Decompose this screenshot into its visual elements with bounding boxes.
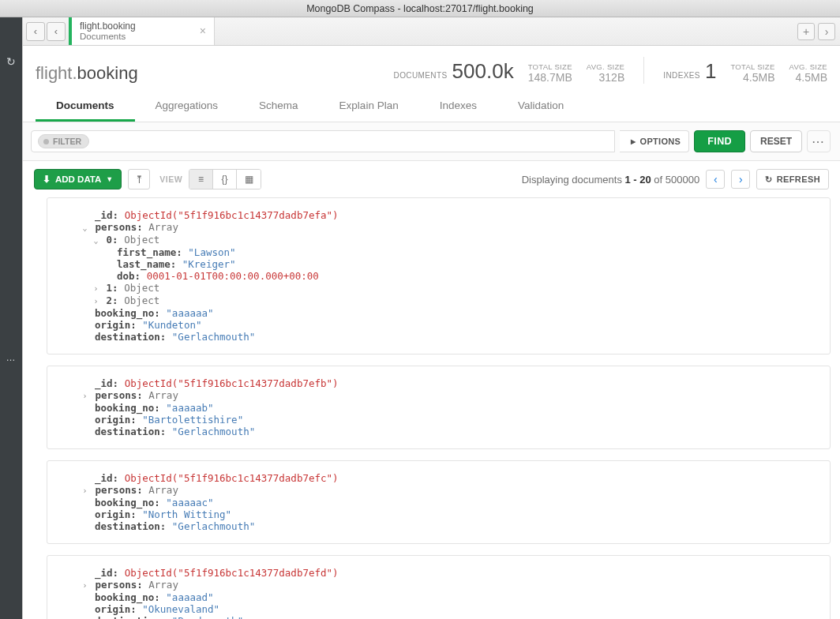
upload-icon: ⤒ [135, 174, 144, 186]
refresh-icon: ↻ [765, 174, 772, 185]
tab-title: flight.booking [80, 21, 182, 32]
total-size-value: 148.7MB [528, 71, 572, 84]
chevron-right-icon[interactable]: › [81, 580, 89, 591]
refresh-icon[interactable]: ↻ [6, 55, 16, 68]
reset-button[interactable]: RESET [750, 130, 802, 152]
indexes-label: INDEXES [663, 71, 700, 80]
caret-down-icon: ▼ [106, 175, 113, 183]
page-prev-button[interactable]: ‹ [706, 170, 725, 189]
new-tab-button[interactable]: + [797, 23, 815, 40]
close-icon[interactable]: × [200, 24, 206, 37]
nav-back-outer-button[interactable]: ‹ [26, 22, 45, 41]
filter-input[interactable]: FILTER [31, 130, 615, 152]
find-button[interactable]: FIND [694, 130, 745, 152]
window-titlebar: MongoDB Compass - localhost:27017/flight… [0, 0, 840, 17]
document-card[interactable]: _id: ObjectId("5f1f916bc1c14377dadb7efa"… [47, 197, 831, 355]
db-name: flight [36, 63, 72, 83]
chevron-down-icon[interactable]: ⌄ [81, 222, 89, 234]
document-list[interactable]: _id: ObjectId("5f1f916bc1c14377dadb7efa"… [23, 197, 840, 619]
nav-forward-button[interactable]: › [818, 23, 835, 40]
chevron-right-icon[interactable]: › [81, 485, 89, 497]
tab-validation[interactable]: Validation [497, 92, 584, 122]
namespace: flight.booking [36, 63, 138, 84]
avg-size-value: 312B [587, 71, 624, 84]
workspace-tab[interactable]: flight.booking Documents × [69, 17, 215, 45]
collection-name: booking [77, 63, 138, 83]
chevron-right-icon[interactable]: › [81, 390, 89, 402]
tab-aggregations[interactable]: Aggregations [135, 92, 239, 122]
idx-avg-size-label: AVG. SIZE [789, 62, 827, 71]
tab-schema[interactable]: Schema [238, 92, 319, 122]
left-nav-strip: ↻ … [0, 17, 22, 619]
view-list-button[interactable]: ≡ [189, 170, 213, 189]
workspace-tabbar: ‹ ‹ flight.booking Documents × + › [23, 17, 840, 46]
query-more-button[interactable]: ⋯ [807, 130, 831, 152]
add-data-button[interactable]: ⬇ ADD DATA ▼ [34, 169, 122, 189]
view-table-button[interactable]: ▦ [237, 170, 261, 189]
refresh-button[interactable]: ↻ REFRESH [756, 169, 829, 189]
braces-icon: {} [222, 174, 228, 185]
documents-toolbar: ⬇ ADD DATA ▼ ⤒ VIEW ≡ {} ▦ Displaying do… [23, 161, 840, 197]
nav-back-button[interactable]: ‹ [47, 22, 66, 41]
chevron-right-icon[interactable]: › [92, 295, 100, 307]
view-json-button[interactable]: {} [213, 170, 237, 189]
idx-total-size-label: TOTAL SIZE [730, 62, 774, 71]
idx-avg-size-value: 4.5MB [789, 71, 827, 84]
documents-label: DOCUMENTS [394, 71, 448, 80]
page-next-button[interactable]: › [731, 170, 750, 189]
download-icon: ⬇ [43, 174, 51, 185]
document-card[interactable]: _id: ObjectId("5f1f916bc1c14377dadb7efd"… [47, 555, 831, 619]
more-icon[interactable]: … [6, 352, 17, 363]
options-button[interactable]: ▶OPTIONS [620, 130, 689, 152]
view-label: VIEW [159, 174, 182, 184]
total-size-label: TOTAL SIZE [528, 62, 572, 71]
avg-size-label: AVG. SIZE [587, 62, 624, 71]
view-mode-group: ≡ {} ▦ [189, 169, 261, 189]
collection-header: flight.booking DOCUMENTS 500.0k TOTAL SI… [23, 46, 840, 84]
tab-documents[interactable]: Documents [36, 92, 135, 122]
list-icon: ≡ [198, 174, 204, 185]
document-card[interactable]: _id: ObjectId("5f1f916bc1c14377dadb7efb"… [47, 366, 831, 449]
table-icon: ▦ [245, 174, 253, 185]
indexes-count: 1 [705, 59, 716, 84]
document-card[interactable]: _id: ObjectId("5f1f916bc1c14377dadb7efc"… [47, 460, 831, 544]
chevron-right-icon[interactable]: › [92, 283, 100, 294]
tab-indexes[interactable]: Indexes [419, 92, 497, 122]
collection-subtabs: Documents Aggregations Schema Explain Pl… [23, 92, 840, 122]
caret-right-icon: ▶ [631, 138, 636, 145]
export-button[interactable]: ⤒ [128, 169, 150, 189]
chevron-down-icon[interactable]: ⌄ [92, 234, 100, 246]
query-bar: FILTER ▶OPTIONS FIND RESET ⋯ [23, 122, 840, 161]
documents-count: 500.0k [452, 59, 514, 84]
window-title: MongoDB Compass - localhost:27017/flight… [306, 3, 534, 14]
tab-explain-plan[interactable]: Explain Plan [319, 92, 419, 122]
paging-text: Displaying documents 1 - 20 of 500000 [522, 174, 700, 186]
filter-pill: FILTER [38, 134, 89, 148]
idx-total-size-value: 4.5MB [730, 71, 774, 84]
tab-subtitle: Documents [80, 32, 182, 41]
